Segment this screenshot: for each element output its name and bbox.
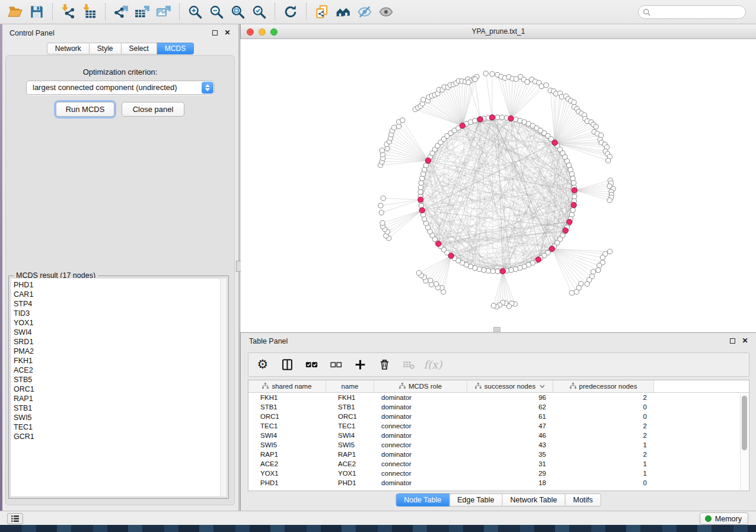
mcds-result-item[interactable]: SRD1 [14, 337, 227, 347]
column-header-shared-name[interactable]: shared name [248, 380, 326, 392]
mcds-result-item[interactable]: FKH1 [14, 356, 227, 366]
column-header-successor-nodes[interactable]: successor nodes [467, 380, 553, 392]
open-button[interactable] [5, 2, 26, 21]
cell-successor_nodes[interactable]: 31 [467, 460, 553, 467]
cell-name[interactable]: SWI4 [326, 432, 374, 439]
mcds-result-item[interactable]: STB1 [14, 403, 227, 413]
cell-mcds_role[interactable]: dominator [374, 403, 467, 411]
zoom-in-button[interactable] [184, 2, 206, 21]
mcds-result-item[interactable]: PHD1 [14, 280, 227, 290]
cell-shared_name[interactable]: FKH1 [248, 394, 326, 401]
cell-predecessor_nodes[interactable]: 1 [553, 470, 654, 477]
cell-predecessor_nodes[interactable]: 0 [553, 403, 654, 411]
cell-successor_nodes[interactable]: 61 [467, 413, 553, 420]
show-all-button[interactable] [375, 2, 397, 21]
tab-motifs[interactable]: Motifs [565, 493, 601, 507]
mcds-result-item[interactable]: TID3 [14, 309, 227, 318]
cell-mcds_role[interactable]: connector [374, 441, 467, 448]
tab-node-table[interactable]: Node Table [395, 493, 449, 507]
column-header-MCDS-role[interactable]: MCDS role [374, 380, 467, 392]
cell-name[interactable]: ORC1 [326, 413, 374, 420]
cell-predecessor_nodes[interactable]: 0 [553, 413, 654, 420]
mcds-list-scrollbar[interactable] [220, 278, 227, 497]
network-graph[interactable] [241, 39, 756, 332]
first-neighbors-button[interactable] [333, 2, 354, 21]
panel-menu-button[interactable] [7, 513, 23, 524]
mcds-result-item[interactable]: TEC1 [14, 422, 227, 432]
cell-predecessor_nodes[interactable]: 2 [553, 432, 654, 439]
deselect-all-button[interactable] [328, 357, 343, 373]
cell-shared_name[interactable]: YOX1 [248, 470, 326, 477]
tab-network-table[interactable]: Network Table [503, 493, 566, 507]
cell-predecessor_nodes[interactable]: 1 [553, 460, 654, 467]
cell-successor_nodes[interactable]: 43 [467, 441, 553, 448]
cell-mcds_role[interactable]: dominator [374, 479, 467, 486]
export-table-button[interactable] [132, 2, 153, 21]
table-row[interactable]: ORC1ORC1dominator610 [248, 412, 740, 421]
copy-network-button[interactable] [311, 2, 333, 21]
cell-predecessor_nodes[interactable]: 1 [553, 441, 654, 448]
dropdown-stepper-icon[interactable] [202, 82, 213, 94]
cell-name[interactable]: RAP1 [326, 451, 374, 458]
mcds-result-item[interactable]: GCR1 [14, 432, 227, 441]
save-button[interactable] [26, 2, 47, 21]
cell-name[interactable]: FKH1 [326, 394, 374, 401]
memory-button[interactable]: Memory [700, 512, 748, 525]
mcds-result-item[interactable]: PMA2 [14, 347, 227, 356]
cell-successor_nodes[interactable]: 96 [467, 394, 553, 401]
zoom-selected-button[interactable] [248, 2, 270, 21]
cell-name[interactable]: TEC1 [326, 422, 374, 430]
cell-mcds_role[interactable]: connector [374, 470, 467, 477]
float-panel-icon[interactable] [212, 30, 218, 36]
mcds-result-item[interactable]: RAP1 [14, 394, 227, 403]
cell-name[interactable]: YOX1 [326, 470, 374, 477]
import-table-button[interactable] [79, 2, 100, 21]
run-mcds-button[interactable]: Run MCDS [56, 102, 114, 117]
table-row[interactable]: YOX1YOX1connector291 [248, 469, 740, 478]
search-input[interactable] [651, 8, 745, 17]
cell-mcds_role[interactable]: dominator [374, 451, 467, 458]
horizontal-splitter-handle[interactable] [493, 327, 500, 332]
export-network-button[interactable] [110, 2, 132, 21]
cell-successor_nodes[interactable]: 35 [467, 451, 553, 458]
close-table-panel-icon[interactable]: ✕ [742, 338, 748, 344]
mcds-result-item[interactable]: ACE2 [14, 366, 227, 375]
mcds-result-item[interactable]: STP4 [14, 299, 227, 309]
cell-successor_nodes[interactable]: 62 [467, 403, 553, 411]
mcds-result-item[interactable]: YOX1 [14, 318, 227, 328]
cell-predecessor_nodes[interactable]: 2 [553, 394, 654, 401]
mcds-result-item[interactable]: SWI4 [14, 328, 227, 337]
tab-mcds[interactable]: MCDS [157, 43, 194, 55]
tab-select[interactable]: Select [122, 43, 157, 55]
table-row[interactable]: FKH1FKH1dominator962 [248, 393, 740, 402]
cell-successor_nodes[interactable]: 46 [467, 432, 553, 439]
network-canvas[interactable] [241, 39, 756, 332]
column-header-name[interactable]: name [326, 380, 374, 392]
table-scrollbar[interactable] [740, 393, 748, 490]
hide-selected-button[interactable] [354, 2, 375, 21]
table-row[interactable]: STB1STB1dominator620 [248, 402, 740, 412]
cell-mcds_role[interactable]: dominator [374, 432, 467, 439]
tab-network[interactable]: Network [47, 43, 90, 55]
search-box[interactable] [638, 5, 746, 19]
mcds-result-item[interactable]: STB5 [14, 375, 227, 384]
float-table-panel-icon[interactable] [729, 338, 736, 344]
delete-column-button[interactable] [377, 357, 391, 373]
add-column-button[interactable] [353, 357, 367, 373]
cell-predecessor_nodes[interactable]: 2 [553, 422, 654, 430]
select-all-button[interactable] [304, 357, 318, 373]
refresh-button[interactable] [280, 2, 301, 21]
cell-successor_nodes[interactable]: 47 [467, 422, 553, 430]
cell-shared_name[interactable]: ACE2 [248, 460, 326, 467]
table-scrollbar-thumb[interactable] [742, 396, 747, 450]
cell-mcds_role[interactable]: dominator [374, 394, 467, 401]
cell-successor_nodes[interactable]: 18 [467, 479, 553, 486]
table-row[interactable]: PHD1PHD1dominator180 [248, 478, 740, 488]
cell-name[interactable]: SWI5 [326, 441, 374, 448]
cell-predecessor_nodes[interactable]: 2 [553, 451, 654, 458]
network-window-titlebar[interactable]: YPA_prune.txt_1 [240, 24, 756, 39]
import-network-button[interactable] [58, 2, 79, 21]
mcds-result-item[interactable]: ORC1 [14, 384, 227, 394]
column-header-predecessor-nodes[interactable]: predecessor nodes [553, 380, 654, 392]
close-panel-button[interactable]: Close panel [122, 102, 184, 117]
